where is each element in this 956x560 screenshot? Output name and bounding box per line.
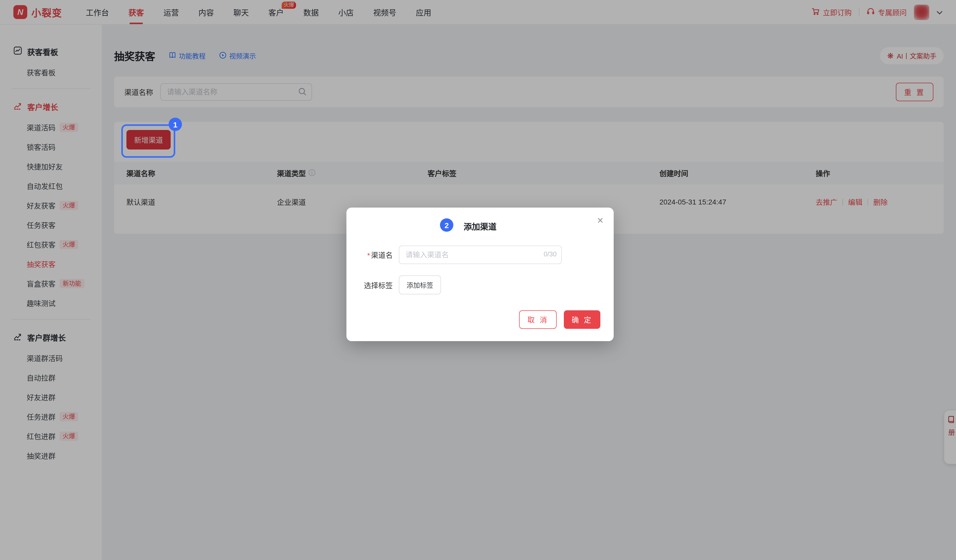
modal-footer: 取 消 确 定 — [519, 310, 600, 329]
channel-name-input-wrap: 0/30 — [399, 246, 562, 264]
close-icon[interactable]: × — [597, 215, 604, 226]
channel-name-field-label: *渠道名 — [346, 250, 393, 260]
add-channel-modal: 2 添加渠道 × *渠道名 0/30 选择标签 添加标签 取 消 确 定 — [346, 207, 614, 341]
channel-name-field-row: *渠道名 0/30 — [346, 246, 614, 264]
cancel-button[interactable]: 取 消 — [519, 310, 557, 329]
app-stage: N 小裂变 工作台 获客 运营 内容 聊天 客户 火爆 数据 小店 视频号 应用 — [0, 0, 956, 560]
modal-title: 添加渠道 — [346, 220, 614, 232]
tag-field-label: 选择标签 — [346, 280, 393, 290]
channel-name-input[interactable] — [399, 246, 562, 264]
tag-field-row: 选择标签 添加标签 — [346, 275, 614, 294]
annotation-step-2-badge: 2 — [440, 218, 453, 232]
add-tag-button[interactable]: 添加标签 — [399, 275, 441, 294]
confirm-button[interactable]: 确 定 — [564, 310, 600, 329]
annotation-step-1-badge: 1 — [168, 118, 182, 131]
required-mark: * — [367, 251, 370, 259]
char-counter: 0/30 — [544, 250, 557, 258]
